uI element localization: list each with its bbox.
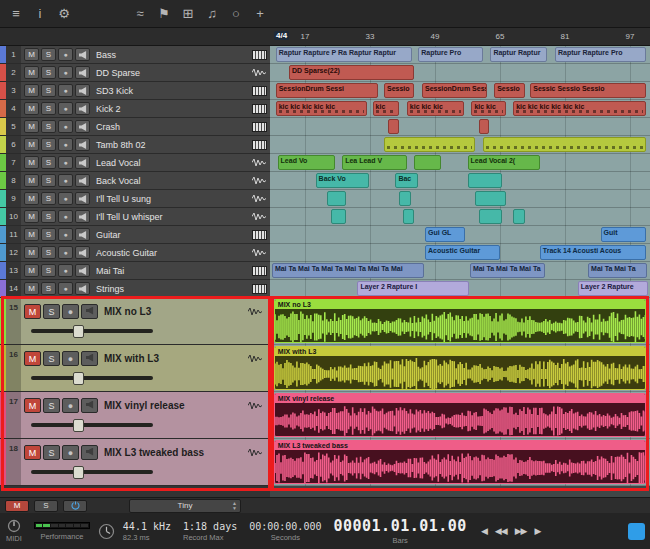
track-size-dropdown[interactable]: Tiny ▲▼ — [129, 499, 241, 513]
clip[interactable]: Raptur Rapture P Ra Raptur Raptur — [276, 47, 413, 62]
solo-button[interactable]: S — [43, 445, 60, 460]
monitor-button[interactable] — [81, 398, 98, 413]
record-arm-button[interactable]: ● — [58, 246, 73, 259]
record-arm-button[interactable]: ● — [58, 48, 73, 61]
track-header-18[interactable]: 18MS●MIX L3 tweaked bass — [0, 439, 270, 486]
tool-icon[interactable]: ⚙ — [52, 0, 76, 27]
clip[interactable]: Sessio — [494, 83, 524, 98]
solo-button[interactable]: S — [41, 282, 56, 295]
clip[interactable] — [513, 209, 524, 224]
monitor-button[interactable] — [75, 282, 90, 295]
monitor-button[interactable] — [75, 66, 90, 79]
menu-icon[interactable]: ≡ — [4, 0, 28, 27]
arrangement-row-7[interactable]: Lead VoLea Lead VLead Vocal 2( — [270, 154, 650, 172]
track-header-1[interactable]: 1MS●Bass — [0, 46, 270, 64]
arrangement-row-3[interactable]: SessionDrum SessiSessioSessionDrum Sessi… — [270, 82, 650, 100]
track-header-9[interactable]: 9MS●I'll Tell U sung — [0, 190, 270, 208]
mute-button[interactable]: M — [24, 228, 39, 241]
record-arm-button[interactable]: ● — [62, 351, 79, 366]
arrangement-row-6[interactable] — [270, 136, 650, 154]
add-track-icon[interactable]: + — [248, 0, 272, 27]
seconds-display[interactable]: 00:00:00.000 Seconds — [249, 521, 321, 542]
clip[interactable]: kic kic kic kic kic kic — [513, 101, 646, 116]
record-arm-button[interactable]: ● — [58, 102, 73, 115]
clip[interactable]: Mai Ta Mai Ta Mai Ta — [470, 263, 545, 278]
arrangement-row-17[interactable]: MIX vinyl release — [270, 392, 650, 439]
clip[interactable]: MIX with L3 — [274, 346, 646, 390]
bars-display[interactable]: 00001.01.01.00 Bars — [333, 517, 466, 545]
solo-button[interactable]: S — [41, 66, 56, 79]
mute-button[interactable]: M — [24, 48, 39, 61]
record-arm-button[interactable]: ● — [58, 120, 73, 133]
volume-fader[interactable] — [31, 376, 153, 380]
clip[interactable]: Sessio — [384, 83, 414, 98]
mute-button[interactable]: M — [24, 246, 39, 259]
global-mute-button[interactable]: M — [5, 500, 29, 512]
volume-fader[interactable] — [31, 470, 153, 474]
marker-flag-icon[interactable]: ⚑ — [152, 0, 176, 27]
solo-button[interactable]: S — [41, 192, 56, 205]
clip[interactable]: Mai Ta Mai Ta Mai Ta Mai Ta Mai Ta Mai — [272, 263, 424, 278]
arrangement-row-11[interactable]: Gui GLGuit — [270, 226, 650, 244]
record-arm-button[interactable]: ● — [58, 138, 73, 151]
monitor-button[interactable] — [75, 84, 90, 97]
track-header-11[interactable]: 11MS●Guitar — [0, 226, 270, 244]
clip[interactable] — [388, 119, 399, 134]
arrangement-row-14[interactable]: Layer 2 Rapture ILayer 2 Rapture — [270, 280, 650, 298]
solo-button[interactable]: S — [41, 156, 56, 169]
monitor-button[interactable] — [75, 228, 90, 241]
clip[interactable]: Sessic Sessio Sessio — [530, 83, 646, 98]
solo-button[interactable]: S — [43, 304, 60, 319]
record-arm-button[interactable]: ● — [62, 445, 79, 460]
solo-button[interactable]: S — [41, 264, 56, 277]
clip[interactable]: kic kic kic — [407, 101, 464, 116]
record-arm-button[interactable]: ● — [62, 398, 79, 413]
monitor-button[interactable] — [75, 174, 90, 187]
solo-button[interactable]: S — [41, 48, 56, 61]
clip[interactable]: kic — [373, 101, 400, 116]
monitor-button[interactable] — [75, 210, 90, 223]
clip[interactable] — [331, 209, 346, 224]
mute-button[interactable]: M — [24, 304, 41, 319]
clip[interactable]: Bac — [395, 173, 418, 188]
clip[interactable]: Raptur Raptur — [490, 47, 547, 62]
clip[interactable] — [475, 191, 505, 206]
track-header-16[interactable]: 16MS●MIX with L3 — [0, 345, 270, 392]
arrangement-area[interactable]: Raptur Rapture P Ra Raptur RapturRapture… — [270, 46, 650, 486]
record-arm-button[interactable]: ● — [58, 66, 73, 79]
mute-button[interactable]: M — [24, 210, 39, 223]
clip[interactable]: MIX vinyl release — [274, 393, 646, 437]
solo-button[interactable]: S — [43, 351, 60, 366]
clip[interactable]: Lead Vocal 2( — [468, 155, 540, 170]
solo-button[interactable]: S — [41, 228, 56, 241]
monitor-button[interactable] — [75, 156, 90, 169]
mute-button[interactable]: M — [24, 351, 41, 366]
record-arm-button[interactable]: ● — [58, 156, 73, 169]
record-arm-button[interactable]: ● — [58, 192, 73, 205]
track-header-5[interactable]: 5MS●Crash — [0, 118, 270, 136]
arrangement-row-8[interactable]: Back VoBac — [270, 172, 650, 190]
clip[interactable]: kic kic — [471, 101, 505, 116]
mute-button[interactable]: M — [24, 282, 39, 295]
arrangement-row-16[interactable]: MIX with L3 — [270, 345, 650, 392]
monitor-button[interactable] — [75, 264, 90, 277]
solo-button[interactable]: S — [41, 102, 56, 115]
arrangement-row-10[interactable] — [270, 208, 650, 226]
track-header-2[interactable]: 2MS●DD Sparse — [0, 64, 270, 82]
solo-button[interactable]: S — [41, 138, 56, 151]
monitor-button[interactable] — [75, 246, 90, 259]
monitor-button[interactable] — [81, 351, 98, 366]
mute-button[interactable]: M — [24, 398, 41, 413]
global-solo-button[interactable]: S — [34, 500, 58, 512]
clip[interactable] — [468, 173, 502, 188]
arrangement-row-13[interactable]: Mai Ta Mai Ta Mai Ta Mai Ta Mai Ta MaiMa… — [270, 262, 650, 280]
blue-indicator-button[interactable] — [628, 523, 645, 540]
track-header-13[interactable]: 13MS●Mai Tai — [0, 262, 270, 280]
clip[interactable]: kic kic kic kic kic — [276, 101, 367, 116]
clip[interactable]: Back Vo — [316, 173, 369, 188]
arrangement-row-5[interactable] — [270, 118, 650, 136]
clip[interactable] — [479, 209, 502, 224]
monitor-button[interactable] — [81, 304, 98, 319]
arrangement-row-15[interactable]: MIX no L3 — [270, 298, 650, 345]
monitor-button[interactable] — [75, 48, 90, 61]
